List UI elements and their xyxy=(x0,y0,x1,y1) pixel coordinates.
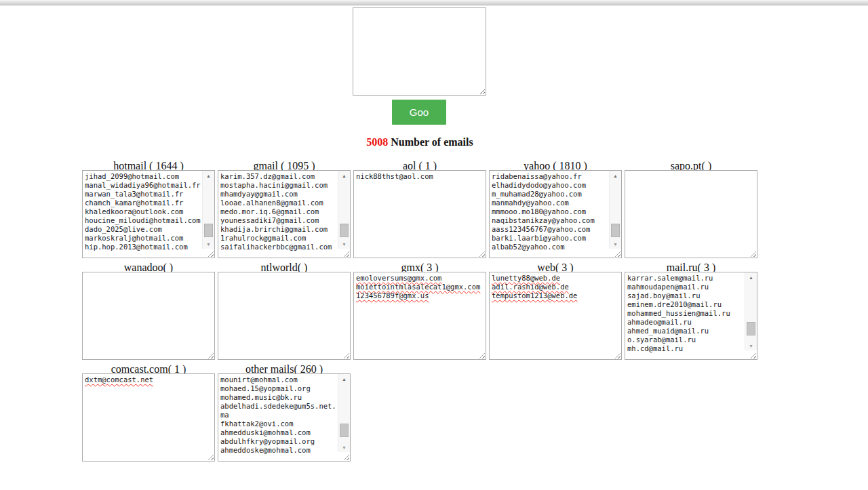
group-header-mail-ru: mail.ru( 3 ) xyxy=(625,262,757,272)
email-list: dxtm@comcast.net xyxy=(83,374,214,461)
email-item: manmahdy@yahoo.com xyxy=(492,199,608,207)
email-item: elhadidydodo@yahoo.com xyxy=(492,181,608,190)
email-item: jihad_2099@hotmail.com xyxy=(85,172,201,181)
email-item: khadija.brirchi@gmail.com xyxy=(220,225,336,234)
scrollbar-thumb[interactable] xyxy=(611,224,620,237)
email-group-wanadoo: wanadoo( ) xyxy=(82,262,218,360)
scrollbar[interactable]: ▲▼ xyxy=(202,171,214,249)
group-header-sapo-pt: sapo.pt( ) xyxy=(625,160,757,170)
group-header-hotmail: hotmail ( 1644 ) xyxy=(82,160,215,170)
resize-grip[interactable] xyxy=(206,249,214,257)
email-item: mmmooo.mo180@yahoo.com xyxy=(492,207,608,216)
email-group-mail-ru: mail.ru( 3 )karrar.salem@mail.rumahmouda… xyxy=(625,262,760,360)
email-list: karim.357.dz@gmail.commostapha.hacini@gm… xyxy=(218,171,338,258)
resize-grip[interactable] xyxy=(342,249,349,257)
provider-grid-row: comcast.com( 1 )dxtm@comcast.netother ma… xyxy=(82,363,767,465)
resize-grip[interactable] xyxy=(749,351,756,359)
scrollbar-thumb[interactable] xyxy=(204,224,213,237)
scroll-up-icon[interactable]: ▲ xyxy=(610,171,621,180)
email-list: nick88thst@aol.com xyxy=(354,171,486,258)
group-textarea-comcast[interactable]: dxtm@comcast.net xyxy=(82,373,215,462)
email-item: mhamdyay@gmail.com xyxy=(220,190,336,199)
email-item: fkhattak2@ovi.com xyxy=(220,420,336,428)
email-item: barki.laarbi@yahoo.com xyxy=(492,234,608,243)
email-item: adil.rashid@web.de xyxy=(492,283,620,291)
email-list: jihad_2099@hotmail.commanal_widadiya96@h… xyxy=(83,171,202,258)
scroll-up-icon[interactable]: ▲ xyxy=(745,272,757,282)
email-count-value: 5008 xyxy=(366,136,388,148)
group-header-web: web( 3 ) xyxy=(489,262,622,272)
group-textarea-wanadoo[interactable] xyxy=(82,272,215,360)
email-group-gmail: gmail ( 1095 )karim.357.dz@gmail.commost… xyxy=(218,160,353,258)
email-list xyxy=(83,272,214,359)
email-list: karrar.salem@mail.rumahmoudapen@mail.rus… xyxy=(625,272,745,359)
scrollbar-thumb[interactable] xyxy=(340,424,349,437)
email-item: albab52@yahoo.com xyxy=(492,243,608,251)
email-item: aass123456767@yahoo.com xyxy=(492,225,608,234)
scroll-up-icon[interactable]: ▲ xyxy=(203,171,214,180)
email-list xyxy=(625,171,757,258)
scroll-up-icon[interactable]: ▲ xyxy=(338,171,350,180)
scrollbar[interactable]: ▲▼ xyxy=(338,374,350,452)
email-group-comcast: comcast.com( 1 )dxtm@comcast.net xyxy=(82,363,218,462)
email-item: lunetty88@web.de xyxy=(492,274,620,283)
email-item: ahmed_muaid@mail.ru xyxy=(627,327,743,335)
scroll-down-icon[interactable]: ▼ xyxy=(745,341,757,350)
group-header-gmx: gmx( 3 ) xyxy=(353,262,486,272)
email-item: o.syarab@mail.ru xyxy=(627,335,743,344)
email-item: khaledkoora@outlook.com xyxy=(85,207,201,216)
scrollbar[interactable]: ▲▼ xyxy=(745,272,757,350)
scroll-down-icon[interactable]: ▼ xyxy=(610,239,621,249)
group-textarea-web[interactable]: lunetty88@web.deadil.rashid@web.detempus… xyxy=(489,272,622,360)
email-item: looae.alhanen8@gmail.com xyxy=(220,199,336,207)
email-item: abdelhadi.sdedeke@um5s.net.ma xyxy=(220,402,336,420)
email-item: mounirt@mohmal.com xyxy=(220,375,336,384)
email-item: mohammed_hussien@mail.ru xyxy=(627,309,743,318)
group-header-other-mails: other mails( 260 ) xyxy=(218,363,351,373)
email-group-yahoo: yahoo ( 1810 )ridabenaissa@yahoo.frelhad… xyxy=(489,160,625,258)
email-item: ahmeddoske@mohmal.com xyxy=(220,446,336,455)
group-textarea-hotmail[interactable]: jihad_2099@hotmail.commanal_widadiya96@h… xyxy=(82,170,215,258)
email-group-gmx: gmx( 3 )emoloversums@gmx.commoiettointml… xyxy=(353,262,489,360)
group-textarea-other-mails[interactable]: mounirt@mohmal.commohaed.15@yopmail.orgm… xyxy=(218,373,351,462)
email-item: hip.hop.2013@hotmail.com xyxy=(85,243,201,251)
email-item: emoloversums@gmx.com xyxy=(356,274,484,283)
scroll-down-icon[interactable]: ▼ xyxy=(338,443,350,452)
scroll-down-icon[interactable]: ▼ xyxy=(338,239,350,249)
email-group-other-mails: other mails( 260 )mounirt@mohmal.commoha… xyxy=(218,363,353,462)
email-list: emoloversums@gmx.commoiettointmlasalecat… xyxy=(354,272,486,359)
group-textarea-gmx[interactable]: emoloversums@gmx.commoiettointmlasalecat… xyxy=(353,272,486,360)
goo-button[interactable]: Goo xyxy=(392,100,446,125)
email-item: mh.cd@mail.ru xyxy=(627,344,743,353)
group-textarea-sapo-pt[interactable] xyxy=(625,170,757,258)
email-item: ahmedduski@mohmal.com xyxy=(220,428,336,437)
email-list: ridabenaissa@yahoo.frelhadidydodo@yahoo.… xyxy=(490,171,609,258)
scrollbar[interactable]: ▲▼ xyxy=(609,171,621,249)
email-item: ridabenaissa@yahoo.fr xyxy=(492,172,608,181)
group-header-yahoo: yahoo ( 1810 ) xyxy=(489,160,622,170)
scroll-down-icon[interactable]: ▼ xyxy=(203,239,214,249)
resize-grip[interactable] xyxy=(613,249,620,257)
email-item: tempustom1213@web.de xyxy=(492,291,620,300)
scrollbar[interactable]: ▲▼ xyxy=(338,171,350,249)
email-item: chamch_kamar@hotmail.fr xyxy=(85,199,201,207)
email-paste-input[interactable] xyxy=(353,7,486,96)
scroll-up-icon[interactable]: ▲ xyxy=(338,374,350,384)
group-textarea-ntlworld[interactable] xyxy=(218,272,351,360)
scrollbar-thumb[interactable] xyxy=(747,322,755,335)
group-textarea-gmail[interactable]: karim.357.dz@gmail.commostapha.hacini@gm… xyxy=(218,170,351,258)
email-item: nick88thst@aol.com xyxy=(356,172,484,181)
provider-grid-row: hotmail ( 1644 )jihad_2099@hotmail.comma… xyxy=(82,160,767,262)
email-item: abdulhfkry@yopmail.org xyxy=(220,437,336,446)
email-count-label: Number of emails xyxy=(391,136,473,148)
email-item: mahmoudapen@mail.ru xyxy=(627,283,743,291)
email-item: ahmadeo@mail.ru xyxy=(627,318,743,327)
group-textarea-yahoo[interactable]: ridabenaissa@yahoo.frelhadidydodo@yahoo.… xyxy=(489,170,622,258)
scrollbar-thumb[interactable] xyxy=(340,224,349,237)
group-textarea-mail-ru[interactable]: karrar.salem@mail.rumahmoudapen@mail.rus… xyxy=(625,272,757,360)
group-header-gmail: gmail ( 1095 ) xyxy=(218,160,351,170)
email-item: sajad.boy@mail.ru xyxy=(627,291,743,300)
group-textarea-aol[interactable]: nick88thst@aol.com xyxy=(353,170,486,258)
browser-edge-strip xyxy=(0,0,868,5)
resize-grip[interactable] xyxy=(342,453,349,460)
